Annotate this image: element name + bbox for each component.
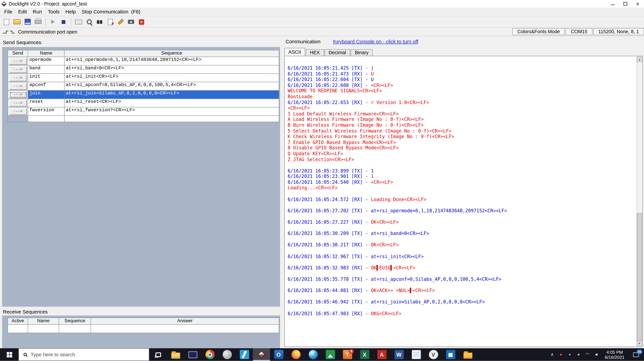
start-button[interactable] xyxy=(0,348,18,361)
new-sequence-value[interactable] xyxy=(64,116,279,122)
taskbar-app-calculator[interactable]: ▦ xyxy=(442,348,459,361)
new-sequence-name[interactable] xyxy=(28,116,65,122)
taskbar-search[interactable] xyxy=(18,348,149,361)
taskbar-app-teraterm[interactable]: T8 xyxy=(339,348,356,361)
com-port-box[interactable]: COM15 xyxy=(566,28,592,36)
open-button[interactable] xyxy=(12,18,22,26)
settings-button[interactable] xyxy=(74,18,84,26)
taskbar-clock[interactable]: 4:05 PM 6/16/2021 xyxy=(601,348,628,361)
receive-empty-cell[interactable] xyxy=(28,325,59,333)
print-button[interactable] xyxy=(33,18,43,26)
taskbar-app-acrobat[interactable]: A xyxy=(373,348,390,361)
tray-app-red-icon[interactable]: ● xyxy=(557,348,565,361)
column-header-sequence: Sequence xyxy=(59,318,91,325)
snapshot-button[interactable] xyxy=(126,18,136,26)
find-button[interactable] xyxy=(95,18,104,26)
taskbar-app-v-app[interactable]: V xyxy=(425,348,442,361)
taskbar-app-word[interactable]: W xyxy=(390,348,408,361)
communication-log[interactable]: 6/16/2021 16:05:21.425 [TX] - |6/16/2021… xyxy=(284,56,643,347)
taskbar-app-folder2[interactable] xyxy=(459,348,476,361)
sequence-name-reset[interactable]: reset xyxy=(28,99,65,107)
taskbar-app-file-explorer[interactable] xyxy=(167,348,184,361)
volume-icon[interactable]: ◄ xyxy=(592,348,600,361)
hidden-icons-chevron-icon[interactable]: ∧ xyxy=(548,348,556,361)
colors-fonts-mode-box[interactable]: Colors&Fonts Mode xyxy=(512,28,565,36)
minimize-button[interactable] xyxy=(606,0,619,8)
tab-decimal[interactable]: Decimal xyxy=(324,49,350,56)
menu-help[interactable]: Help xyxy=(62,8,79,16)
receive-empty-cell[interactable] xyxy=(59,325,91,333)
sequence-value-fwversion[interactable]: at+rsi_fwversion?<CR><LF> xyxy=(64,107,279,116)
log-scrollbar[interactable]: ▲ ▼ xyxy=(636,57,642,346)
taskbar-app-outlook[interactable]: O xyxy=(270,348,287,361)
scroll-thumb[interactable] xyxy=(637,213,642,340)
start-comm-button[interactable] xyxy=(48,18,58,26)
receive-empty-cell[interactable] xyxy=(91,325,280,333)
taskbar-app-edge[interactable] xyxy=(304,348,322,361)
scroll-down-button[interactable]: ▼ xyxy=(637,341,642,346)
send-button-apconf[interactable]: ---> xyxy=(9,83,27,90)
search-input[interactable] xyxy=(31,352,131,358)
maximize-button[interactable] xyxy=(619,0,632,8)
edit-seq-button[interactable] xyxy=(116,18,126,26)
close-button[interactable]: × xyxy=(632,0,644,8)
taskbar-app-monitor-app[interactable] xyxy=(184,348,202,361)
send-button-init[interactable]: ---> xyxy=(9,75,27,81)
tray-app-gray-icon[interactable]: ● xyxy=(574,348,583,361)
send-sequence-row: --->bandat+rsi_band=0<CR><LF> xyxy=(8,66,280,74)
log-line: 6/16/2021 16:05:35.778 [TX] - at+rsi_apc… xyxy=(288,276,633,282)
port-settings-box[interactable]: 115200, None, 8, 1 xyxy=(593,28,644,36)
sequence-value-opermode[interactable]: at+rsi_opermode=6,1,18,2147483648,209715… xyxy=(64,57,279,66)
keyboard-console-link[interactable]: Keyboard Console on - click to turn off xyxy=(333,39,418,45)
receive-empty-cell[interactable] xyxy=(8,325,28,333)
tab-binary[interactable]: Binary xyxy=(351,49,373,56)
save-button[interactable] xyxy=(23,18,32,26)
taskbar-app-firefox[interactable] xyxy=(287,348,304,361)
sequence-value-join[interactable]: at+rsi_join=Silabs_AP,0,2,0,0,0,0<CR><LF… xyxy=(64,91,279,99)
send-button-reset[interactable]: ---> xyxy=(9,100,27,106)
menu-file[interactable]: File xyxy=(1,8,15,16)
sequence-value-init[interactable]: at+rsi_init<CR><LF> xyxy=(64,74,279,82)
menu-run[interactable]: Run xyxy=(30,8,45,16)
monitor-button[interactable] xyxy=(84,18,94,26)
sequence-name-join[interactable]: join xyxy=(28,91,65,99)
tab-ascii[interactable]: ASCII xyxy=(284,48,305,56)
sequence-name-band[interactable]: band xyxy=(28,66,65,74)
communication-header: Communication Keyboard Console on - clic… xyxy=(286,39,418,45)
sequence-name-init[interactable]: init xyxy=(28,74,65,82)
network-icon[interactable]: ◠ xyxy=(583,348,592,361)
log-line: 6/16/2021 16:05:44.081 [RX] - OK<ACK>» <… xyxy=(288,288,633,293)
send-button-join[interactable]: ---> xyxy=(9,91,27,98)
sequence-value-reset[interactable]: at+rsi_reset<CR><LF> xyxy=(64,99,279,107)
menu-tools[interactable]: Tools xyxy=(45,8,62,16)
send-button-fwversion[interactable]: ---> xyxy=(9,108,27,115)
menu-edit[interactable]: Edit xyxy=(15,8,30,16)
taskbar-app-snipping[interactable] xyxy=(322,348,339,361)
new-button[interactable] xyxy=(2,18,12,26)
sequence-value-apconf[interactable]: at+rsi_apconf=0,Silabs_AP,0,0,0,100,5,4<… xyxy=(64,82,279,91)
scroll-up-button[interactable]: ▲ xyxy=(637,57,642,62)
log-line xyxy=(288,202,633,208)
menu-stop-communication[interactable]: Stop Communication (F6) xyxy=(79,8,143,16)
comm-error-button[interactable] xyxy=(137,18,146,26)
taskbar-app-docklight[interactable] xyxy=(253,348,270,361)
tray-app-purple-icon[interactable]: ● xyxy=(566,348,574,361)
taskbar-app-gray-app[interactable] xyxy=(218,348,236,361)
stop-comm-button[interactable] xyxy=(59,18,68,26)
send-button-band[interactable]: ---> xyxy=(9,66,27,73)
taskbar-app-excel[interactable]: X xyxy=(356,348,373,361)
sequence-name-apconf[interactable]: apconf xyxy=(28,82,65,91)
task-view-button[interactable] xyxy=(149,348,167,361)
sequence-value-band[interactable]: at+rsi_band=0<CR><LF> xyxy=(64,66,279,74)
sequence-name-fwversion[interactable]: fwversion xyxy=(28,107,65,116)
sequence-name-opermode[interactable]: opermode xyxy=(28,57,65,66)
taskbar-app-vscode[interactable] xyxy=(236,348,253,361)
action-center-button[interactable]: 26 xyxy=(628,348,644,361)
send-button-opermode[interactable]: ---> xyxy=(9,58,27,65)
menu-bar: FileEditRunToolsHelpStop Communication (… xyxy=(0,8,644,17)
taskbar-app-notepad[interactable] xyxy=(408,348,425,361)
status-boxes: Colors&Fonts Mode COM15 115200, None, 8,… xyxy=(511,28,644,36)
taskbar-app-chrome[interactable] xyxy=(201,348,218,361)
clear-button[interactable] xyxy=(105,18,115,26)
tab-hex[interactable]: HEX xyxy=(306,49,324,56)
